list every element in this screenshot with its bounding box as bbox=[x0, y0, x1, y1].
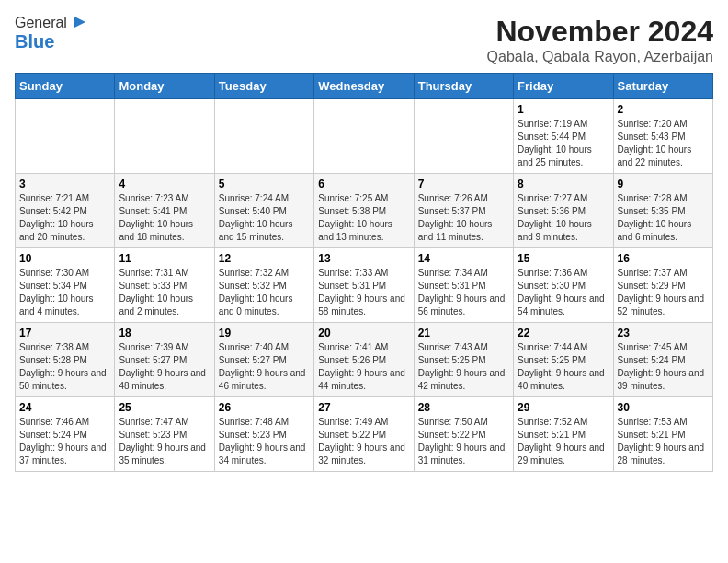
day-info: Sunrise: 7:33 AM Sunset: 5:31 PM Dayligh… bbox=[318, 267, 409, 318]
day-info: Sunrise: 7:32 AM Sunset: 5:32 PM Dayligh… bbox=[219, 267, 310, 318]
header-cell-monday: Monday bbox=[115, 74, 214, 99]
day-info: Sunrise: 7:34 AM Sunset: 5:31 PM Dayligh… bbox=[418, 267, 509, 318]
calendar-cell: 10Sunrise: 7:30 AM Sunset: 5:34 PM Dayli… bbox=[16, 248, 115, 323]
day-number: 2 bbox=[618, 103, 709, 116]
calendar-table: SundayMondayTuesdayWednesdayThursdayFrid… bbox=[15, 73, 713, 472]
header-cell-wednesday: Wednesday bbox=[314, 74, 414, 99]
calendar-cell: 25Sunrise: 7:47 AM Sunset: 5:23 PM Dayli… bbox=[115, 397, 214, 472]
day-number: 28 bbox=[418, 401, 509, 414]
calendar-cell: 27Sunrise: 7:49 AM Sunset: 5:22 PM Dayli… bbox=[314, 397, 414, 472]
day-number: 4 bbox=[119, 178, 210, 190]
title-area: November 2024 Qabala, Qabala Rayon, Azer… bbox=[487, 15, 713, 65]
calendar-week-row: 10Sunrise: 7:30 AM Sunset: 5:34 PM Dayli… bbox=[16, 248, 713, 323]
calendar-cell bbox=[16, 99, 115, 174]
calendar-cell: 13Sunrise: 7:33 AM Sunset: 5:31 PM Dayli… bbox=[314, 248, 414, 323]
day-number: 25 bbox=[119, 401, 210, 414]
header-cell-saturday: Saturday bbox=[613, 74, 712, 99]
day-info: Sunrise: 7:40 AM Sunset: 5:27 PM Dayligh… bbox=[219, 341, 310, 393]
calendar-cell: 20Sunrise: 7:41 AM Sunset: 5:26 PM Dayli… bbox=[314, 323, 414, 397]
logo-general-text: General bbox=[15, 15, 67, 31]
calendar-week-row: 17Sunrise: 7:38 AM Sunset: 5:28 PM Dayli… bbox=[16, 323, 713, 397]
calendar-cell bbox=[314, 99, 414, 174]
day-info: Sunrise: 7:46 AM Sunset: 5:24 PM Dayligh… bbox=[19, 416, 110, 467]
calendar-cell: 14Sunrise: 7:34 AM Sunset: 5:31 PM Dayli… bbox=[414, 248, 513, 323]
day-number: 14 bbox=[418, 252, 509, 265]
calendar-week-row: 3Sunrise: 7:21 AM Sunset: 5:42 PM Daylig… bbox=[16, 174, 713, 248]
day-info: Sunrise: 7:45 AM Sunset: 5:24 PM Dayligh… bbox=[618, 341, 709, 393]
day-number: 15 bbox=[518, 252, 609, 265]
day-number: 23 bbox=[618, 327, 709, 339]
day-number: 11 bbox=[119, 252, 210, 265]
svg-marker-0 bbox=[74, 17, 85, 28]
day-number: 10 bbox=[19, 252, 110, 265]
day-info: Sunrise: 7:20 AM Sunset: 5:43 PM Dayligh… bbox=[618, 118, 709, 169]
calendar-cell: 26Sunrise: 7:48 AM Sunset: 5:23 PM Dayli… bbox=[214, 397, 313, 472]
header: General Blue November 2024 Qabala, Qabal… bbox=[15, 15, 713, 65]
page-subtitle: Qabala, Qabala Rayon, Azerbaijan bbox=[487, 49, 713, 65]
header-cell-tuesday: Tuesday bbox=[214, 74, 313, 99]
calendar-cell bbox=[214, 99, 313, 174]
day-number: 3 bbox=[19, 178, 110, 190]
calendar-cell: 1Sunrise: 7:19 AM Sunset: 5:44 PM Daylig… bbox=[514, 99, 613, 174]
day-info: Sunrise: 7:37 AM Sunset: 5:29 PM Dayligh… bbox=[618, 267, 709, 318]
calendar-cell: 22Sunrise: 7:44 AM Sunset: 5:25 PM Dayli… bbox=[514, 323, 613, 397]
day-info: Sunrise: 7:50 AM Sunset: 5:22 PM Dayligh… bbox=[418, 416, 509, 467]
day-info: Sunrise: 7:30 AM Sunset: 5:34 PM Dayligh… bbox=[19, 267, 110, 318]
day-info: Sunrise: 7:52 AM Sunset: 5:21 PM Dayligh… bbox=[518, 416, 609, 467]
day-info: Sunrise: 7:39 AM Sunset: 5:27 PM Dayligh… bbox=[119, 341, 210, 393]
day-info: Sunrise: 7:53 AM Sunset: 5:21 PM Dayligh… bbox=[618, 416, 709, 467]
calendar-cell: 9Sunrise: 7:28 AM Sunset: 5:35 PM Daylig… bbox=[613, 174, 712, 248]
day-number: 30 bbox=[618, 401, 709, 414]
header-cell-friday: Friday bbox=[514, 74, 613, 99]
day-info: Sunrise: 7:19 AM Sunset: 5:44 PM Dayligh… bbox=[518, 118, 609, 169]
day-info: Sunrise: 7:24 AM Sunset: 5:40 PM Dayligh… bbox=[219, 192, 310, 244]
day-number: 9 bbox=[618, 178, 709, 190]
day-info: Sunrise: 7:27 AM Sunset: 5:36 PM Dayligh… bbox=[518, 192, 609, 244]
calendar-cell: 7Sunrise: 7:26 AM Sunset: 5:37 PM Daylig… bbox=[414, 174, 513, 248]
day-number: 5 bbox=[219, 178, 310, 190]
day-info: Sunrise: 7:31 AM Sunset: 5:33 PM Dayligh… bbox=[119, 267, 210, 318]
day-info: Sunrise: 7:47 AM Sunset: 5:23 PM Dayligh… bbox=[119, 416, 210, 467]
day-number: 24 bbox=[19, 401, 110, 414]
day-info: Sunrise: 7:25 AM Sunset: 5:38 PM Dayligh… bbox=[318, 192, 409, 244]
logo: General Blue bbox=[15, 15, 85, 52]
calendar-cell: 12Sunrise: 7:32 AM Sunset: 5:32 PM Dayli… bbox=[214, 248, 313, 323]
logo-icon bbox=[69, 15, 85, 31]
calendar-cell bbox=[414, 99, 513, 174]
calendar-body: 1Sunrise: 7:19 AM Sunset: 5:44 PM Daylig… bbox=[16, 99, 713, 472]
day-info: Sunrise: 7:26 AM Sunset: 5:37 PM Dayligh… bbox=[418, 192, 509, 244]
calendar-cell: 30Sunrise: 7:53 AM Sunset: 5:21 PM Dayli… bbox=[613, 397, 712, 472]
calendar-cell: 16Sunrise: 7:37 AM Sunset: 5:29 PM Dayli… bbox=[613, 248, 712, 323]
day-info: Sunrise: 7:48 AM Sunset: 5:23 PM Dayligh… bbox=[219, 416, 310, 467]
calendar-cell: 21Sunrise: 7:43 AM Sunset: 5:25 PM Dayli… bbox=[414, 323, 513, 397]
calendar-cell: 3Sunrise: 7:21 AM Sunset: 5:42 PM Daylig… bbox=[16, 174, 115, 248]
calendar-cell: 24Sunrise: 7:46 AM Sunset: 5:24 PM Dayli… bbox=[16, 397, 115, 472]
day-number: 17 bbox=[19, 327, 110, 339]
day-number: 12 bbox=[219, 252, 310, 265]
page-title: November 2024 bbox=[487, 15, 713, 49]
day-number: 27 bbox=[318, 401, 409, 414]
day-number: 29 bbox=[518, 401, 609, 414]
day-number: 21 bbox=[418, 327, 509, 339]
calendar-cell: 29Sunrise: 7:52 AM Sunset: 5:21 PM Dayli… bbox=[514, 397, 613, 472]
day-info: Sunrise: 7:41 AM Sunset: 5:26 PM Dayligh… bbox=[318, 341, 409, 393]
header-cell-thursday: Thursday bbox=[414, 74, 513, 99]
day-number: 16 bbox=[618, 252, 709, 265]
day-info: Sunrise: 7:21 AM Sunset: 5:42 PM Dayligh… bbox=[19, 192, 110, 244]
calendar-week-row: 1Sunrise: 7:19 AM Sunset: 5:44 PM Daylig… bbox=[16, 99, 713, 174]
day-number: 1 bbox=[518, 103, 609, 116]
day-number: 20 bbox=[318, 327, 409, 339]
day-number: 19 bbox=[219, 327, 310, 339]
calendar-cell: 5Sunrise: 7:24 AM Sunset: 5:40 PM Daylig… bbox=[214, 174, 313, 248]
day-info: Sunrise: 7:49 AM Sunset: 5:22 PM Dayligh… bbox=[318, 416, 409, 467]
day-number: 22 bbox=[518, 327, 609, 339]
calendar-cell: 8Sunrise: 7:27 AM Sunset: 5:36 PM Daylig… bbox=[514, 174, 613, 248]
calendar-cell: 2Sunrise: 7:20 AM Sunset: 5:43 PM Daylig… bbox=[613, 99, 712, 174]
day-info: Sunrise: 7:36 AM Sunset: 5:30 PM Dayligh… bbox=[518, 267, 609, 318]
day-number: 18 bbox=[119, 327, 210, 339]
calendar-cell bbox=[115, 99, 214, 174]
calendar-cell: 15Sunrise: 7:36 AM Sunset: 5:30 PM Dayli… bbox=[514, 248, 613, 323]
calendar-cell: 6Sunrise: 7:25 AM Sunset: 5:38 PM Daylig… bbox=[314, 174, 414, 248]
day-info: Sunrise: 7:28 AM Sunset: 5:35 PM Dayligh… bbox=[618, 192, 709, 244]
day-number: 8 bbox=[518, 178, 609, 190]
